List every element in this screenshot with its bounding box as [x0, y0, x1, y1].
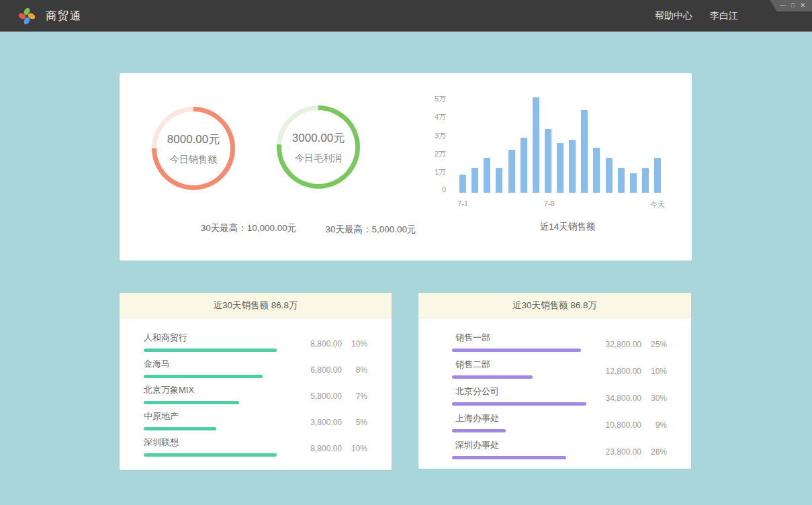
sales-amount-bar	[144, 453, 277, 457]
sales-percent: 10%	[649, 367, 667, 376]
y-axis-tick: 3万	[431, 131, 446, 141]
column-bar	[484, 158, 490, 193]
sales-percent: 7%	[350, 392, 367, 401]
column-bar	[654, 158, 661, 193]
column-bar	[471, 168, 478, 193]
today-profit-value: 3000.00元	[292, 130, 345, 146]
column-bar	[606, 158, 613, 193]
sales-amount: 5,800.00	[300, 392, 342, 401]
minimize-icon[interactable]: —	[780, 0, 786, 11]
y-axis-tick: 4万	[431, 112, 446, 122]
sales-amount: 23,800.00	[600, 447, 641, 457]
card-title: 近30天销售额 86.8万	[418, 293, 691, 318]
column-bar	[459, 175, 466, 193]
sales-amount-bar	[452, 456, 566, 459]
sales-values: 8,800.00 10%	[300, 444, 367, 453]
sales-row: 深圳联想 8,800.00 10%	[144, 431, 367, 457]
profit-30day-max: 30天最高：5,000.00元	[304, 224, 438, 236]
sales-amount-bar	[452, 375, 533, 379]
bar-group	[459, 90, 661, 193]
column-bar	[642, 168, 649, 193]
chart-title: 近14天销售额	[460, 221, 675, 233]
sales-row: 中原地产 3,800.00 5%	[144, 405, 367, 431]
y-axis-tick: 1万	[431, 167, 446, 177]
sales-amount: 12,800.00	[600, 367, 641, 376]
sales-values: 34,800.00 30%	[600, 394, 667, 403]
column-bar	[593, 148, 600, 193]
sales-values: 32,800.00 25%	[600, 340, 667, 349]
sales-percent: 8%	[350, 365, 367, 375]
sales-amount-bar	[452, 429, 506, 432]
sales-percent: 9%	[649, 420, 667, 430]
app-title: 商贸通	[46, 0, 82, 32]
today-profit-donut-center: 3000.00元 今日毛利润	[281, 110, 355, 184]
sales-percent: 5%	[350, 418, 367, 427]
sales-amount-bar	[144, 427, 216, 430]
sales-amount: 10,800.00	[600, 420, 641, 430]
column-bar	[569, 140, 576, 193]
sales-amount-bar	[452, 349, 581, 352]
user-menu[interactable]: 李白江	[710, 10, 738, 22]
sales-values: 10,800.00 9%	[600, 420, 667, 430]
column-bar	[630, 173, 637, 193]
today-sales-label: 今日销售额	[170, 154, 217, 166]
sales-amount-bar	[144, 375, 263, 378]
today-sales-value: 8000.00元	[167, 132, 220, 147]
sales-row: 上海办事处 10,800.00 9%	[452, 407, 667, 434]
column-bar	[521, 138, 527, 193]
sales-percent: 10%	[350, 444, 367, 453]
sales-row: 深圳办事处 23,800.00 26%	[452, 434, 667, 461]
sales-amount: 34,800.00	[600, 394, 641, 403]
card-title: 近30天销售额 86.8万	[120, 293, 392, 318]
column-bar	[496, 168, 502, 193]
window-controls: — □ ✕	[770, 0, 812, 11]
sales-row: 金海马 6,800.00 8%	[144, 353, 367, 379]
y-axis-tick: 0	[431, 185, 446, 193]
y-axis-tick: 2万	[431, 149, 446, 159]
sales-row: 北京分公司 34,800.00 30%	[452, 380, 667, 407]
sales-row: 北京万象MIX 5,800.00 7%	[144, 379, 367, 405]
sales-amount-bar	[452, 402, 586, 406]
sales-amount: 3,800.00	[300, 418, 342, 427]
column-bar	[545, 129, 551, 193]
y-axis-tick: 5万	[431, 94, 446, 104]
today-profit-donut: 3000.00元 今日毛利润	[277, 105, 360, 189]
maximize-icon[interactable]: □	[791, 0, 795, 11]
help-center-link[interactable]: 帮助中心	[655, 10, 692, 22]
x-axis-label: 今天	[650, 199, 665, 210]
today-profit-label: 今日毛利润	[295, 152, 342, 165]
sales-values: 12,800.00 10%	[600, 367, 667, 376]
column-bar	[581, 110, 588, 193]
sales-values: 8,800.00 10%	[300, 339, 367, 349]
column-bar	[557, 143, 563, 193]
sales-amount: 32,800.00	[600, 340, 641, 349]
sales-amount: 8,800.00	[300, 339, 342, 349]
sales-amount-bar	[144, 401, 239, 404]
close-icon[interactable]: ✕	[800, 0, 805, 11]
sales-row: 人和商贸行 8,800.00 10%	[144, 326, 367, 353]
app-header: 商贸通 帮助中心 李白江 — □ ✕	[0, 0, 812, 32]
sales-30day-max: 30天最高：10,000.00元	[181, 222, 316, 234]
sales-amount-bar	[144, 349, 277, 352]
today-sales-donut: 8000.00元 今日销售额	[152, 107, 235, 190]
sales-amount: 8,800.00	[300, 444, 342, 453]
customers-sales-card: 近30天销售额 86.8万 人和商贸行 8,800.00 10% 金海马 6,8…	[120, 293, 392, 470]
x-axis-label: 7-8	[544, 199, 555, 208]
customer-row-list: 人和商贸行 8,800.00 10% 金海马 6,800.00 8% 北京万象M…	[120, 318, 392, 457]
sales-values: 23,800.00 26%	[600, 447, 667, 457]
sales-values: 3,800.00 5%	[300, 418, 367, 427]
sales-percent: 10%	[350, 339, 367, 349]
sales-amount: 6,800.00	[300, 365, 342, 375]
sales-values: 5,800.00 7%	[300, 392, 367, 401]
appbar-nav: 帮助中心 李白江	[655, 0, 738, 32]
sales-14day-bar-chart: 5万 4万 3万 2万 1万 0 7-1 7-8 今天 近14天销售额	[431, 90, 680, 248]
sales-percent: 30%	[649, 394, 667, 403]
column-bar	[533, 97, 539, 193]
sales-row: 销售二部 12,800.00 10%	[452, 353, 667, 380]
overview-card: 8000.00元 今日销售额 30天最高：10,000.00元 3000.00元…	[120, 73, 692, 261]
column-bar	[618, 168, 625, 193]
sales-percent: 26%	[649, 447, 667, 457]
sales-row: 销售一部 32,800.00 25%	[452, 326, 667, 353]
department-row-list: 销售一部 32,800.00 25% 销售二部 12,800.00 10% 北京…	[418, 318, 691, 461]
departments-sales-card: 近30天销售额 86.8万 销售一部 32,800.00 25% 销售二部 12…	[418, 293, 691, 469]
